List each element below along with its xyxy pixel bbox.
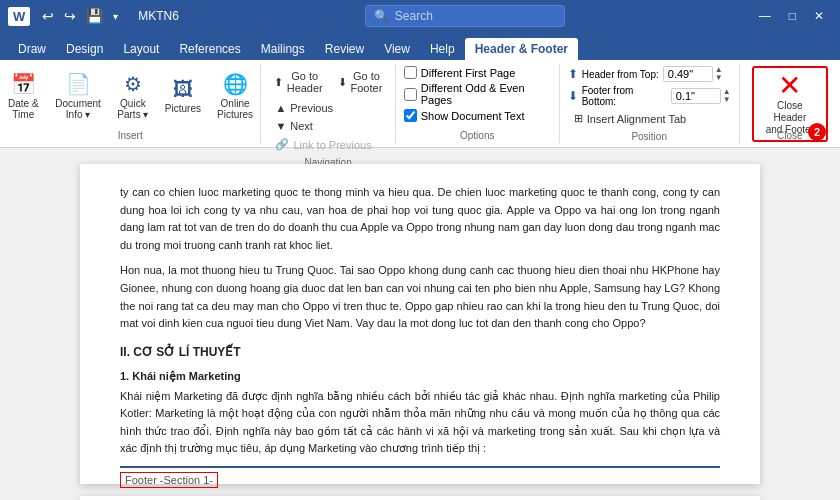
tab-review[interactable]: Review (315, 38, 374, 60)
tab-mailings[interactable]: Mailings (251, 38, 315, 60)
go-to-footer-button[interactable]: ⬇ Go toFooter (333, 66, 387, 98)
options-group: Different First Page Different Odd & Eve… (396, 64, 560, 143)
go-header-label: Go toHeader (287, 70, 323, 94)
quick-parts-button[interactable]: ⚙ QuickParts ▾ (111, 68, 155, 124)
undo-button[interactable]: ↩ (38, 6, 58, 26)
insert-buttons: 📅 Date &Time 📄 DocumentInfo ▾ ⚙ QuickPar… (1, 66, 259, 126)
position-group-label: Position (631, 127, 667, 142)
page-2: Footer -Section 1- 2 (80, 496, 760, 500)
tab-layout[interactable]: Layout (113, 38, 169, 60)
footer-bottom-icon: ⬇ (568, 89, 578, 103)
pictures-label: Pictures (165, 103, 201, 114)
position-group: ⬆ Header from Top: ▲ ▼ ⬇ Footer from Bot… (560, 64, 740, 143)
page-2-row: Footer -Section 1- 2 (80, 496, 760, 500)
insert-group-label: Insert (118, 126, 143, 141)
previous-icon: ▲ (275, 102, 286, 114)
search-input[interactable] (395, 9, 556, 23)
para-2: Hon nua, la mot thuong hieu tu Trung Quo… (120, 262, 720, 332)
title-bar: W ↩ ↪ 💾 ▾ MKTN6 🔍 — □ ✕ (0, 0, 840, 32)
link-label: Link to Previous (293, 139, 371, 151)
go-to-header-button[interactable]: ⬆ Go toHeader (269, 66, 327, 98)
search-icon: 🔍 (374, 9, 389, 23)
badge-2: 2 (808, 123, 826, 141)
para-1: ty can co chien luoc marketing quoc te t… (120, 184, 720, 254)
footer-label-left: Footer -Section 1- (120, 472, 218, 488)
window-close-button[interactable]: ✕ (806, 7, 832, 25)
close-x-icon: ✕ (778, 72, 801, 100)
header-top-input[interactable] (663, 66, 713, 82)
maximize-button[interactable]: □ (781, 7, 804, 25)
search-box[interactable]: 🔍 (365, 5, 565, 27)
page-1: ty can co chien luoc marketing quoc te t… (80, 164, 760, 484)
document-info-button[interactable]: 📄 DocumentInfo ▾ (49, 68, 107, 124)
tab-view[interactable]: View (374, 38, 420, 60)
close-group-container: ✕ Close Headerand Footer 2 Close (740, 64, 840, 143)
tab-draw[interactable]: Draw (8, 38, 56, 60)
minimize-button[interactable]: — (751, 7, 779, 25)
online-pics-icon: 🌐 (223, 72, 248, 96)
online-pics-label: OnlinePictures (217, 98, 253, 120)
different-first-label: Different First Page (421, 67, 516, 79)
next-button[interactable]: ▼ Next (269, 118, 386, 134)
show-doc-text-checkbox[interactable] (404, 109, 417, 122)
app-icon: W (8, 7, 30, 26)
next-icon: ▼ (275, 120, 286, 132)
document-area: ty can co chien luoc marketing quoc te t… (0, 148, 840, 500)
next-label: Next (290, 120, 313, 132)
doc-info-icon: 📄 (66, 72, 91, 96)
nav-row1: ⬆ Go toHeader ⬇ Go toFooter (269, 66, 386, 98)
footer-bottom-down[interactable]: ▼ (723, 96, 731, 104)
date-icon: 📅 (11, 72, 36, 96)
quick-parts-icon: ⚙ (124, 72, 142, 96)
previous-button[interactable]: ▲ Previous (269, 100, 386, 116)
header-top-spinbox[interactable]: ▲ ▼ (663, 66, 723, 82)
redo-button[interactable]: ↪ (60, 6, 80, 26)
align-tab-icon: ⊞ (574, 112, 583, 125)
footer-bottom-row: ⬇ Footer from Bottom: ▲ ▼ (568, 85, 731, 107)
date-time-label: Date &Time (8, 98, 39, 120)
pictures-icon: 🖼 (173, 78, 193, 101)
document-title: MKTN6 (138, 9, 179, 23)
save-button[interactable]: 💾 (82, 6, 107, 26)
online-pictures-button[interactable]: 🌐 OnlinePictures (211, 68, 259, 124)
tab-header-footer[interactable]: Header & Footer (465, 38, 578, 60)
go-footer-label: Go toFooter (351, 70, 383, 94)
navigation-group: ⬆ Go toHeader ⬇ Go toFooter ▲ Previous ▼… (261, 64, 395, 143)
tab-references[interactable]: References (169, 38, 250, 60)
header-top-icon: ⬆ (568, 67, 578, 81)
footer-bottom-input[interactable] (671, 88, 721, 104)
tab-design[interactable]: Design (56, 38, 113, 60)
options-group-label: Options (460, 126, 494, 141)
pictures-button[interactable]: 🖼 Pictures (159, 74, 207, 118)
previous-label: Previous (290, 102, 333, 114)
window-controls: — □ ✕ (751, 7, 832, 25)
undo-redo-group: ↩ ↪ 💾 ▾ (38, 6, 122, 26)
quick-parts-label: QuickParts ▾ (117, 98, 148, 120)
page-content-1: ty can co chien luoc marketing quoc te t… (120, 184, 720, 458)
footer-bottom-spinbox[interactable]: ▲ ▼ (671, 88, 731, 104)
section2-h3: 1. Khái niệm Marketing (120, 368, 720, 386)
tab-help[interactable]: Help (420, 38, 465, 60)
different-odd-even-checkbox[interactable] (404, 88, 417, 101)
date-time-button[interactable]: 📅 Date &Time (1, 68, 45, 124)
go-header-icon: ⬆ (274, 76, 283, 89)
header-top-row: ⬆ Header from Top: ▲ ▼ (568, 66, 731, 82)
different-odd-even-option[interactable]: Different Odd & Even Pages (404, 82, 551, 106)
show-doc-text-label: Show Document Text (421, 110, 525, 122)
insert-group: 📅 Date &Time 📄 DocumentInfo ▾ ⚙ QuickPar… (0, 64, 261, 143)
link-to-previous-button[interactable]: 🔗 Link to Previous (269, 136, 386, 153)
insert-alignment-tab-button[interactable]: ⊞ Insert Alignment Tab (568, 110, 731, 127)
section2-text: Khái niệm Marketing đã được định nghĩa b… (120, 388, 720, 458)
go-footer-icon: ⬇ (338, 76, 347, 89)
more-commands-button[interactable]: ▾ (109, 6, 122, 26)
insert-align-label: Insert Alignment Tab (587, 113, 686, 125)
header-top-down[interactable]: ▼ (715, 74, 723, 82)
different-odd-even-label: Different Odd & Even Pages (421, 82, 551, 106)
ribbon-tabs: Draw Design Layout References Mailings R… (0, 32, 840, 60)
show-doc-text-option[interactable]: Show Document Text (404, 109, 551, 122)
different-first-checkbox[interactable] (404, 66, 417, 79)
close-group-label: Close (777, 126, 803, 141)
doc-info-label: DocumentInfo ▾ (55, 98, 101, 120)
footer-bottom-label: Footer from Bottom: (582, 85, 667, 107)
different-first-option[interactable]: Different First Page (404, 66, 551, 79)
